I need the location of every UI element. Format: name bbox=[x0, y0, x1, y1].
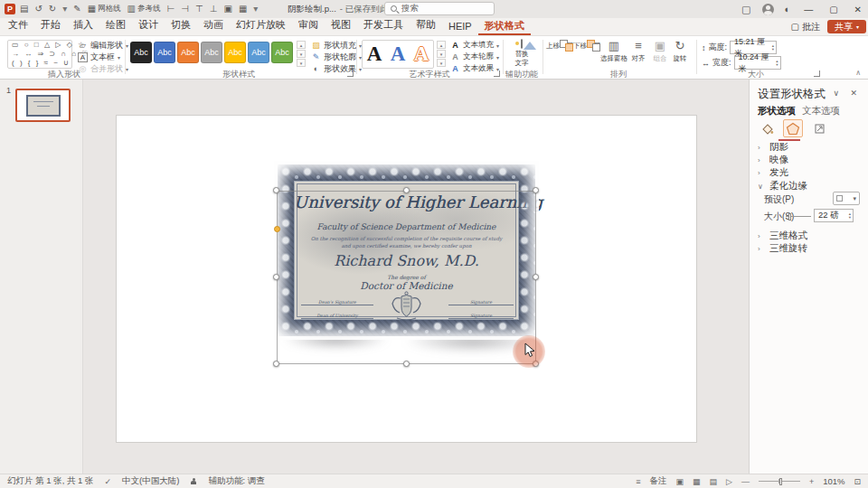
language-indicator[interactable]: 中文(中国大陆) bbox=[122, 475, 179, 487]
soft-edges-size-input[interactable]: 22 磅▴▾ bbox=[814, 209, 854, 222]
slideshow-view-icon[interactable]: ▷ bbox=[726, 477, 732, 486]
shape-styles-scroll[interactable]: ▴▾▾ bbox=[297, 41, 306, 67]
size-properties-icon[interactable] bbox=[809, 119, 829, 137]
text-outline-button[interactable]: A文本轮廓▾ bbox=[450, 52, 499, 62]
shape-outline-button[interactable]: ✎形状轮廓▾ bbox=[311, 52, 362, 62]
notes-button[interactable]: 备注 bbox=[649, 475, 666, 487]
tab-shape-format[interactable]: 形状格式 bbox=[478, 16, 531, 36]
zoom-level[interactable]: 101% bbox=[823, 476, 844, 486]
panel-tab-text-options[interactable]: 文本选项 bbox=[802, 105, 840, 117]
panel-tab-shape-options[interactable]: 形状选项 bbox=[758, 105, 796, 117]
search-box[interactable]: 搜索 bbox=[384, 2, 495, 15]
shape-style-swatch[interactable]: Abc bbox=[177, 42, 199, 63]
selection-handle-bottom-left[interactable] bbox=[273, 361, 279, 367]
shape-gallery-row: ▭ ○ □ △ ▷ ◇ ☆ bbox=[8, 41, 71, 50]
restore-button[interactable]: ▢ bbox=[826, 5, 840, 14]
collapse-ribbon-icon[interactable]: ∧ bbox=[855, 69, 861, 77]
reading-view-icon[interactable]: ▤ bbox=[709, 477, 717, 486]
selection-handle-top-middle[interactable] bbox=[403, 187, 410, 193]
fit-slide-icon[interactable]: ⊡ bbox=[854, 477, 861, 486]
titlebar-right-controls: ▢ ◐ — ▢ ✕ bbox=[741, 0, 864, 18]
size-dialog-launcher[interactable] bbox=[814, 70, 820, 77]
section-shadow[interactable]: ›阴影 bbox=[758, 141, 788, 154]
normal-view-icon[interactable]: ▣ bbox=[675, 477, 684, 486]
selection-pane-button[interactable]: ▥选择窗格 bbox=[600, 40, 627, 63]
minimize-button[interactable]: — bbox=[801, 5, 816, 14]
tab-draw[interactable]: 绘图 bbox=[99, 15, 132, 35]
text-box-button[interactable]: A文本框▾ bbox=[78, 52, 120, 62]
shape-styles-dialog-launcher[interactable] bbox=[347, 70, 354, 77]
fill-line-icon[interactable] bbox=[757, 119, 777, 137]
shape-fill-button[interactable]: ▨形状填充▾ bbox=[311, 40, 362, 51]
adjustment-handle[interactable] bbox=[274, 226, 280, 232]
wordart-style-orange-outline[interactable]: A bbox=[414, 42, 429, 66]
tab-slideshow[interactable]: 幻灯片放映 bbox=[230, 15, 292, 35]
tab-transitions[interactable]: 切换 bbox=[165, 15, 197, 35]
tab-heip[interactable]: HEIP bbox=[442, 18, 478, 35]
panel-collapse-icon[interactable]: ∨ bbox=[833, 89, 839, 98]
shape-style-swatch[interactable]: Abc bbox=[154, 42, 175, 63]
close-button[interactable]: ✕ bbox=[852, 5, 864, 14]
shape-style-swatch[interactable]: Abc bbox=[248, 42, 269, 63]
soft-edges-size-slider[interactable] bbox=[786, 216, 811, 217]
tab-home[interactable]: 开始 bbox=[34, 15, 67, 35]
section-glow[interactable]: ›发光 bbox=[758, 166, 788, 179]
selection-handle-top-left[interactable] bbox=[273, 187, 279, 193]
selection-handle-middle-right[interactable] bbox=[533, 274, 539, 280]
width-input[interactable]: 10.24 厘米▴▾ bbox=[734, 56, 781, 70]
align-button[interactable]: ≡对齐 bbox=[627, 40, 649, 63]
text-fill-button[interactable]: A文本填充▾ bbox=[450, 40, 499, 51]
tab-view[interactable]: 视图 bbox=[325, 15, 357, 35]
rotate-button[interactable]: ↻旋转 bbox=[670, 40, 690, 63]
user-avatar[interactable] bbox=[762, 4, 774, 15]
wordart-gallery[interactable]: A A A bbox=[362, 40, 434, 69]
tab-file[interactable]: 文件 bbox=[2, 15, 34, 35]
feedback-icon[interactable]: ◐ bbox=[785, 4, 791, 14]
selection-handle-bottom-middle[interactable] bbox=[403, 361, 410, 367]
alt-text-button[interactable]: 替换 文字 bbox=[506, 40, 537, 68]
section-reflection[interactable]: ›映像 bbox=[758, 154, 788, 166]
shape-style-swatch[interactable]: Abc bbox=[224, 42, 246, 63]
zoom-in-icon[interactable]: + bbox=[809, 477, 814, 486]
accessibility-status[interactable]: 辅助功能: 调查 bbox=[208, 475, 264, 487]
wordart-style-blue[interactable]: A bbox=[391, 42, 406, 66]
shape-style-swatch[interactable]: Abc bbox=[201, 42, 222, 63]
tab-review[interactable]: 审阅 bbox=[292, 15, 325, 35]
slide-sorter-view-icon[interactable]: ▦ bbox=[693, 477, 701, 486]
panel-close-icon[interactable]: ✕ bbox=[850, 89, 857, 98]
effects-icon[interactable] bbox=[783, 119, 803, 137]
shape-style-swatch[interactable]: Abc bbox=[130, 42, 152, 63]
tab-insert[interactable]: 插入 bbox=[67, 15, 99, 35]
tab-help[interactable]: 帮助 bbox=[410, 15, 442, 35]
zoom-out-icon[interactable]: — bbox=[741, 477, 750, 486]
selection-handle-top-right[interactable] bbox=[533, 187, 539, 193]
text-box-icon: A bbox=[78, 52, 88, 62]
section-3d-format[interactable]: ›三维格式 bbox=[758, 230, 807, 242]
send-backward-button[interactable]: 下移一层 bbox=[573, 40, 600, 51]
align-icon: ≡ bbox=[635, 39, 642, 52]
ribbon-options-icon[interactable]: ▢ bbox=[741, 4, 750, 15]
slider-knob[interactable] bbox=[788, 213, 791, 221]
soft-edges-preset-dropdown[interactable]: ▾ bbox=[833, 192, 860, 205]
shape-gallery-row: → ↔ ⇒ ⊃ ∩ ⌂ ♡ bbox=[8, 50, 71, 59]
section-3d-rotation[interactable]: ›三维旋转 bbox=[758, 242, 807, 255]
selection-handle-middle-left[interactable] bbox=[273, 274, 279, 280]
shape-gallery[interactable]: ▭ ○ □ △ ▷ ◇ ☆ → ↔ ⇒ ⊃ ∩ ⌂ ♡ ( ) { } ≈ ~ … bbox=[7, 40, 72, 69]
comments-button[interactable]: ▢批注 bbox=[791, 21, 820, 33]
zoom-slider[interactable] bbox=[759, 481, 800, 482]
wordart-dialog-launcher[interactable] bbox=[494, 70, 500, 77]
zoom-slider-knob[interactable] bbox=[779, 478, 782, 485]
edit-shape-button[interactable]: ▱编辑形状▾ bbox=[78, 40, 128, 51]
share-button[interactable]: 共享▾ bbox=[827, 20, 866, 33]
slide-thumbnail[interactable] bbox=[15, 89, 71, 122]
tab-animations[interactable]: 动画 bbox=[197, 15, 230, 35]
section-soft-edges[interactable]: ∨柔化边缘 bbox=[758, 180, 807, 192]
wordart-scroll[interactable]: ▴▾▾ bbox=[437, 41, 446, 67]
tab-developer[interactable]: 开发工具 bbox=[357, 15, 410, 35]
tab-design[interactable]: 设计 bbox=[132, 15, 165, 35]
shape-outline-icon: ✎ bbox=[311, 52, 321, 61]
group-button[interactable]: ▣组合 bbox=[649, 40, 671, 63]
shape-style-swatch[interactable]: Abc bbox=[271, 42, 293, 63]
wordart-style-black[interactable]: A bbox=[367, 42, 382, 66]
bring-forward-button[interactable]: 上移一层 bbox=[546, 40, 573, 51]
